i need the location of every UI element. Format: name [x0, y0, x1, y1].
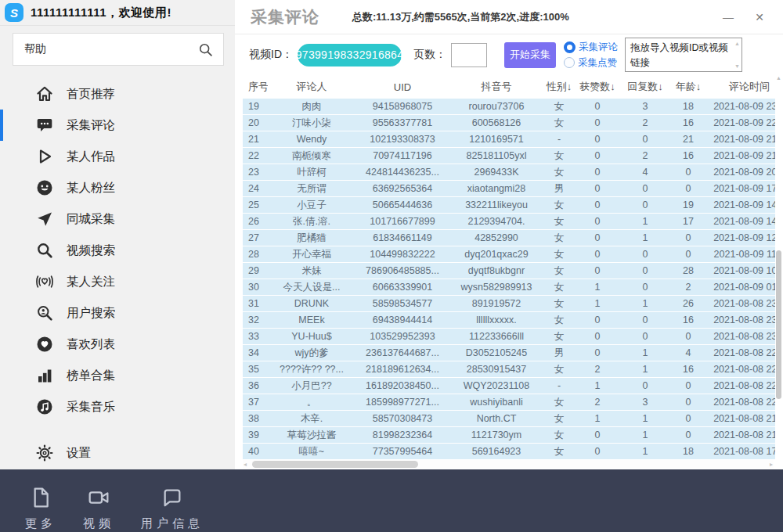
horizontal-scrollbar-thumb[interactable] — [252, 461, 418, 468]
table-row[interactable]: 20汀味小柒95563377781600568126女02162021-08-0… — [243, 115, 775, 131]
table-row[interactable]: 26张.倩.溶.1017166778992129394704.女01172021… — [243, 214, 775, 230]
sidebar-item-collect-comments[interactable]: 采集评论 — [0, 110, 235, 141]
bottombar-item-video[interactable]: 视频 — [83, 485, 114, 531]
table-cell: 小月巴?? — [268, 379, 355, 393]
table-cell: 81998232364 — [355, 430, 449, 440]
column-header-8[interactable]: 评论时间 — [706, 80, 775, 94]
table-row[interactable]: 32MEEk69438944414llllllxxxxx.女00162021-0… — [243, 312, 775, 329]
table-cell: WQY20231108 — [449, 380, 543, 391]
sidebar-item-city-collect[interactable]: 同城采集 — [0, 203, 235, 235]
table-row[interactable]: 25小豆子50665444636332211likeyou女00192021-0… — [243, 197, 775, 214]
sidebar-item-user-fans[interactable]: 某人粉丝 — [0, 172, 235, 203]
table-cell: 0 — [575, 249, 620, 260]
scroll-left-icon[interactable]: ◂ — [244, 461, 247, 468]
table-cell: - — [543, 380, 575, 391]
video-id-input[interactable]: 6973991983329168644 — [298, 44, 402, 66]
table-cell: 女 — [543, 396, 575, 409]
table-cell: 肉肉 — [268, 100, 355, 113]
sidebar-item-settings[interactable]: 设置 — [0, 437, 235, 469]
table-cell: 2 — [670, 282, 706, 293]
table-row[interactable]: 24无所谓63692565364xiaotangmi28男0002021-08-… — [243, 181, 775, 197]
bottombar-item-more[interactable]: 更多 — [25, 485, 56, 531]
sidebar-item-collect-music[interactable]: 采集音乐 — [0, 391, 235, 422]
bottombar-item-user-info[interactable]: 用户信息 — [141, 485, 204, 531]
sidebar-item-like-list[interactable]: 喜欢列表 — [0, 329, 235, 360]
radio-unselected-icon[interactable] — [564, 57, 575, 68]
main-panel: 采集评论 总数:11.13万,约需5565次,当前第2次,进度:100% — ✕… — [235, 0, 783, 469]
column-header-6[interactable]: 回复数↓ — [620, 80, 670, 94]
radio-selected-icon[interactable] — [564, 41, 576, 53]
table-row[interactable]: 36小月巴??161892038450...WQY20231108-100202… — [243, 378, 775, 394]
table-cell: 女 — [543, 412, 575, 426]
table-cell: 2021-08-08 22:5 — [706, 347, 775, 358]
vertical-scrollbar[interactable]: ▲ — [775, 75, 782, 460]
table-cell: 0 — [670, 380, 706, 391]
table-row[interactable]: 21Wendy1021933083731210169571-00212021-0… — [243, 131, 775, 148]
table-cell: 开心幸福 — [268, 248, 355, 261]
scroll-up-icon[interactable]: ▲ — [776, 75, 781, 81]
sidebar-item-user-search[interactable]: 用户搜索 — [0, 297, 235, 329]
table-row[interactable]: 38木辛.58570308473North.CT女1102021-08-08 2… — [243, 411, 775, 427]
table-cell: wysn582989913 — [449, 282, 543, 293]
music-circle-icon — [35, 397, 54, 416]
heart-circle-icon — [35, 335, 54, 354]
table-row[interactable]: 34wjy的爹236137644687...D3052105245男014202… — [243, 345, 775, 361]
table-row[interactable]: 28开心幸福104499832222dyq201qxac29女0002021-0… — [243, 246, 775, 263]
table-row[interactable]: 22南栀倾寒70974117196825181105yxl女02162021-0… — [243, 148, 775, 164]
bottom-bar: 更多视频用户信息 — [0, 469, 783, 532]
table-row[interactable]: 33YU-Huu$103529952393112233666lll女000202… — [243, 329, 775, 345]
radio-collect-likes[interactable]: 采集点赞 — [564, 56, 618, 70]
column-header-0[interactable]: 序号 — [243, 80, 268, 94]
table-row[interactable]: 40嘻嘻~77357995464569164923女01182021-08-08… — [243, 444, 775, 460]
sidebar-item-home[interactable]: 首页推荐 — [0, 78, 235, 110]
horizontal-scrollbar[interactable]: ◂ ▸ — [243, 460, 774, 469]
table-cell: 女 — [543, 248, 575, 261]
radio-collect-comments[interactable]: 采集评论 — [564, 41, 618, 54]
table-cell: 女 — [543, 117, 575, 130]
table-cell: 94158968075 — [355, 101, 449, 112]
table-cell: 2021-08-09 12:3 — [706, 232, 775, 243]
table-row[interactable]: 35????许?? ??...218189612634...2853091543… — [243, 361, 775, 378]
column-header-5[interactable]: 获赞数↓ — [575, 80, 620, 94]
table-cell: 2021-08-09 23:5 — [706, 101, 775, 112]
scroll-up-icon[interactable]: ▲ — [734, 41, 740, 46]
table-row[interactable]: 19肉肉94158968075rourou73706女03182021-08-0… — [243, 99, 775, 115]
minimize-button[interactable]: — — [722, 11, 734, 23]
column-header-7[interactable]: 年龄↓ — [670, 80, 706, 94]
close-button[interactable]: ✕ — [753, 11, 766, 23]
column-header-4[interactable]: 性别↓ — [543, 80, 575, 94]
table-cell: 424814436235... — [355, 167, 449, 178]
table-cell: wjy的爹 — [268, 347, 355, 360]
table-row[interactable]: 23叶辞柯424814436235...2969433K女0402021-08-… — [243, 164, 775, 181]
sidebar-item-label: 首页推荐 — [67, 86, 115, 102]
table-row[interactable]: 37。185998977271...wushiyibanli女2302021-0… — [243, 394, 775, 411]
search-icon[interactable] — [197, 41, 214, 58]
column-header-2[interactable]: UID — [355, 81, 449, 93]
sidebar-item-user-works[interactable]: 某人作品 — [0, 141, 235, 172]
help-search-input[interactable]: 帮助 — [13, 33, 224, 66]
sidebar-item-video-search[interactable]: 视频搜索 — [0, 235, 235, 266]
table-row[interactable]: 29米妹786906485885...dyqtf8ukbgnr女00282021… — [243, 263, 775, 279]
table-row[interactable]: 27肥橘猫6183466114942852990女0102021-08-09 1… — [243, 230, 775, 246]
table-cell: 木辛. — [268, 412, 355, 426]
table-cell: 1 — [575, 282, 620, 293]
sidebar-item-user-follows[interactable]: 某人关注 — [0, 266, 235, 297]
drop-import-textarea[interactable]: 拖放导入视频ID或视频链接 ▲ ▼ — [625, 38, 742, 72]
table-cell: 17 — [670, 216, 706, 227]
table-row[interactable]: 30今天人设是...60663339901wysn582989913女10220… — [243, 279, 775, 296]
table-row[interactable]: 39草莓沙拉酱819982323641121730ym女0102021-08-0… — [243, 427, 775, 444]
column-header-1[interactable]: 评论人 — [268, 80, 355, 94]
scroll-down-icon[interactable]: ▼ — [734, 63, 740, 69]
vertical-scrollbar-thumb[interactable] — [776, 250, 781, 399]
table-cell: 小豆子 — [268, 199, 355, 212]
column-header-3[interactable]: 抖音号 — [449, 80, 543, 94]
sidebar-item-rank-collection[interactable]: 榜单合集 — [0, 360, 235, 391]
scroll-right-icon[interactable]: ▸ — [770, 461, 773, 468]
table-cell: Wendy — [268, 134, 355, 145]
table-cell: 0 — [670, 167, 706, 178]
table-row[interactable]: 31DRUNK58598534577891919572女11262021-08-… — [243, 296, 775, 312]
table-cell: 39 — [243, 430, 268, 440]
table-cell: 28 — [670, 265, 706, 276]
start-collect-button[interactable]: 开始采集 — [504, 42, 556, 68]
pages-input[interactable] — [451, 43, 487, 67]
